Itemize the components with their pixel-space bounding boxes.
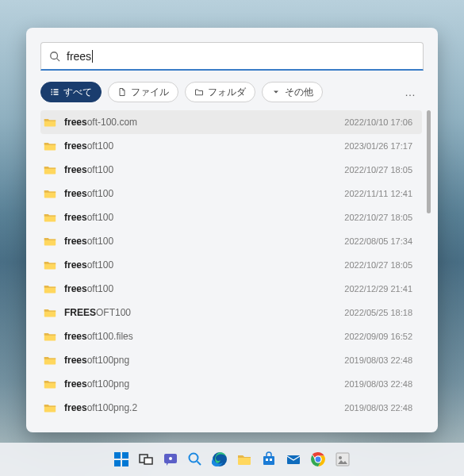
result-name: FREESOFT100: [64, 307, 344, 318]
text-cursor: [92, 50, 93, 63]
filter-chip-other[interactable]: その他: [262, 82, 323, 102]
search-taskbar-icon[interactable]: [186, 450, 205, 469]
svg-rect-5: [54, 91, 59, 93]
edge-icon[interactable]: [210, 450, 229, 469]
search-input[interactable]: frees: [67, 50, 93, 63]
result-date: 2022/08/05 17:34: [344, 236, 412, 246]
result-row[interactable]: freesoft1002023/01/26 17:17: [40, 134, 422, 158]
scrollbar-thumb[interactable]: [427, 110, 431, 213]
result-date: 2023/01/26 17:17: [344, 141, 412, 151]
folder-icon: [44, 140, 56, 152]
svg-rect-10: [114, 460, 121, 466]
search-window: frees すべて ファイル フォルダ その他 … freesoft-100.c…: [26, 28, 438, 432]
more-button[interactable]: …: [398, 83, 424, 102]
result-row[interactable]: freesoft-100.com2022/10/10 17:06: [40, 110, 422, 134]
store-icon[interactable]: [259, 450, 278, 469]
svg-rect-20: [266, 459, 268, 461]
result-name: freesoft-100.com: [64, 117, 344, 128]
result-date: 2022/09/09 16:52: [344, 332, 412, 341]
folder-icon: [44, 283, 56, 294]
result-row[interactable]: freesoft1002022/08/05 17:34: [40, 229, 422, 253]
caret-down-icon: [271, 87, 281, 97]
folder-icon: [44, 117, 56, 128]
result-date: 2022/12/29 21:41: [344, 284, 412, 294]
svg-rect-4: [52, 91, 53, 93]
result-date: 2022/10/10 17:06: [344, 117, 412, 127]
app-icon[interactable]: [333, 450, 352, 469]
chat-icon[interactable]: [161, 450, 180, 469]
filter-all-label: すべて: [63, 86, 92, 98]
svg-point-0: [51, 52, 58, 59]
filter-chip-all[interactable]: すべて: [40, 82, 102, 102]
folder-icon: [44, 307, 56, 318]
svg-line-17: [197, 462, 201, 466]
search-bar-container: frees: [26, 28, 438, 71]
result-date: 2019/08/03 22:48: [344, 379, 412, 389]
svg-rect-3: [54, 89, 59, 90]
result-name: freesoft100: [64, 188, 344, 199]
result-date: 2022/10/27 18:05: [344, 260, 412, 270]
folder-icon: [44, 259, 56, 271]
result-row[interactable]: freesoft100png.original2019/08/03 22:48: [40, 420, 422, 428]
result-date: 2022/10/27 18:05: [344, 165, 412, 175]
result-name: freesoft100png.original: [64, 426, 344, 428]
svg-point-15: [169, 457, 172, 460]
results-container: freesoft-100.com2022/10/10 17:06freesoft…: [26, 110, 438, 432]
svg-rect-8: [114, 452, 121, 459]
filter-folder-label: フォルダ: [208, 86, 246, 98]
result-row[interactable]: FREESOFT1002022/05/25 18:18: [40, 301, 422, 324]
folder-chip-icon: [194, 87, 204, 97]
results-list: freesoft-100.com2022/10/10 17:06freesoft…: [40, 110, 422, 428]
result-date: 2019/08/03 22:48: [344, 403, 412, 413]
svg-rect-2: [52, 89, 53, 90]
folder-icon: [44, 426, 56, 428]
result-date: 2019/08/03 22:48: [344, 427, 412, 428]
result-row[interactable]: freesoft1002022/10/27 18:05: [40, 158, 422, 182]
result-row[interactable]: freesoft100png2019/08/03 22:48: [40, 372, 422, 396]
svg-point-25: [316, 457, 321, 463]
filter-chip-file[interactable]: ファイル: [108, 82, 178, 102]
result-date: 2022/11/11 12:41: [344, 189, 412, 198]
result-row[interactable]: freesoft100.files2022/09/09 16:52: [40, 324, 422, 348]
filter-row: すべて ファイル フォルダ その他 …: [26, 71, 438, 110]
scrollbar-track[interactable]: [425, 110, 433, 428]
svg-point-27: [339, 456, 342, 459]
result-row[interactable]: freesoft1002022/12/29 21:41: [40, 277, 422, 301]
result-name: freesoft100.files: [64, 331, 344, 342]
result-row[interactable]: freesoft100png2019/08/03 22:48: [40, 348, 422, 372]
result-row[interactable]: freesoft1002022/10/27 18:05: [40, 205, 422, 229]
svg-rect-9: [122, 452, 128, 459]
start-button[interactable]: [112, 450, 131, 469]
result-row[interactable]: freesoft1002022/11/11 12:41: [40, 182, 422, 205]
list-icon: [50, 87, 59, 97]
filter-chip-folder[interactable]: フォルダ: [185, 82, 255, 102]
svg-rect-21: [270, 459, 272, 461]
svg-rect-19: [263, 456, 274, 465]
result-name: freesoft100: [64, 212, 344, 223]
result-date: 2022/05/25 18:18: [344, 308, 412, 317]
result-name: freesoft100: [64, 236, 344, 247]
chrome-icon[interactable]: [309, 450, 328, 469]
svg-rect-11: [122, 460, 128, 466]
result-name: freesoft100: [64, 283, 344, 294]
result-name: freesoft100: [64, 259, 344, 271]
result-row[interactable]: freesoft100png.22019/08/03 22:48: [40, 396, 422, 420]
folder-icon: [44, 331, 56, 342]
folder-icon: [44, 355, 56, 366]
result-name: freesoft100png.2: [64, 402, 344, 413]
svg-point-16: [190, 454, 198, 463]
search-icon: [49, 51, 60, 62]
filter-other-label: その他: [285, 86, 313, 98]
task-view-icon[interactable]: [136, 450, 155, 469]
result-date: 2022/10/27 18:05: [344, 213, 412, 222]
mail-icon[interactable]: [284, 450, 303, 469]
taskbar: [0, 443, 464, 476]
result-name: freesoft100: [64, 140, 344, 152]
folder-icon: [44, 212, 56, 223]
svg-line-1: [57, 58, 60, 61]
search-bar[interactable]: frees: [40, 42, 424, 71]
folder-icon: [44, 236, 56, 247]
file-explorer-icon[interactable]: [235, 450, 254, 469]
result-row[interactable]: freesoft1002022/10/27 18:05: [40, 253, 422, 277]
result-date: 2019/08/03 22:48: [344, 355, 412, 365]
